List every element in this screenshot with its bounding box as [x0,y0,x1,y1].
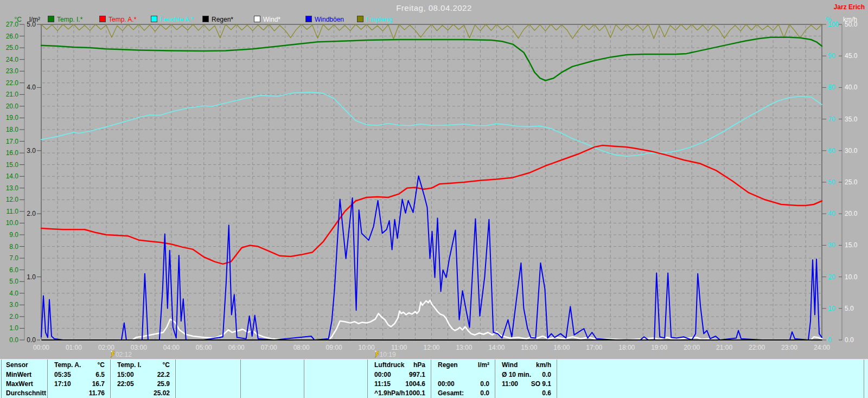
stats-cell [557,371,864,380]
stats-row-label: MaxWert [6,380,33,388]
svg-text:9.0: 9.0 [9,231,18,239]
svg-text:20.0: 20.0 [6,102,19,110]
stats-value-time: 00:00 [438,380,455,388]
stats-cell: Windkm/h [495,361,557,370]
svg-text:04:00: 04:00 [163,344,180,351]
svg-text:21:00: 21:00 [716,344,732,351]
svg-text:20:00: 20:00 [684,344,700,351]
stats-value-time: Ø 10 min. [502,371,531,378]
svg-text:90: 90 [828,52,835,60]
svg-text:15:00: 15:00 [521,344,537,351]
stats-value: °C [163,361,170,369]
stats-value-time: 15:00 [117,371,134,378]
svg-text:18:00: 18:00 [618,344,635,351]
svg-text:1.0: 1.0 [27,273,36,281]
stats-value-time: Luftdruck [374,361,404,369]
svg-text:50.0: 50.0 [845,21,858,28]
stats-cell: 15:0022.2 [111,371,175,380]
stats-cell: 17:1016.7 [48,380,110,389]
stats-column: Regenl/m²00:000.0Gesamt:0.0 [431,360,495,398]
svg-text:20: 20 [828,273,835,281]
stats-value: 22.2 [157,371,170,378]
svg-text:40.0: 40.0 [845,84,858,91]
svg-text:10: 10 [828,305,835,312]
stats-column: Temp. A.°C05:356.517:1016.711.76 [48,360,111,398]
stats-value-time: 05:35 [54,371,71,378]
stats-value: km/h [536,361,551,369]
svg-text:5.0: 5.0 [9,278,18,285]
svg-text:23:00: 23:00 [781,344,797,351]
stats-value: 11.76 [89,389,105,397]
svg-text:09:00: 09:00 [326,344,342,351]
svg-text:45.0: 45.0 [845,52,858,60]
svg-text:00:00: 00:00 [33,344,49,351]
lightning-icon [374,351,379,358]
stats-cell: 22:0525.9 [111,380,175,389]
stats-cell [557,361,864,370]
svg-text:16:00: 16:00 [553,344,570,351]
svg-text:17.0: 17.0 [6,138,19,145]
stats-cell: Sensor [2,361,47,370]
lightning-icon [110,351,115,358]
stats-value-time: 22:05 [117,380,134,388]
stats-cell [176,371,240,380]
chart-wrap: 0.01.02.03.04.05.06.07.08.09.010.011.012… [0,0,868,361]
grid [42,25,821,339]
stats-cell [557,389,864,398]
svg-text:7.0: 7.0 [9,254,18,262]
stats-column [304,360,368,398]
svg-text:23.0: 23.0 [6,67,19,75]
svg-text:08:00: 08:00 [293,344,310,351]
svg-text:25.0: 25.0 [845,178,858,186]
stats-value: SO 9.1 [531,380,551,388]
stats-cell: 00:00997.1 [368,371,431,380]
svg-text:40: 40 [828,210,835,217]
stats-value: 16.7 [92,380,105,388]
svg-text:1.0: 1.0 [9,324,18,332]
svg-text:24:00: 24:00 [814,344,830,351]
stats-value: l/m² [478,361,489,369]
svg-text:03:00: 03:00 [131,344,147,351]
stats-cell: ^1.9hPa/h1000.1 [368,389,431,398]
stats-value: 1000.1 [405,389,425,397]
stats-cell [241,361,304,370]
stats-cell [304,389,367,398]
storm-annotation: 10:19 [374,351,396,358]
stats-cell [304,361,367,370]
svg-text:26.0: 26.0 [6,33,19,40]
svg-text:100: 100 [828,21,839,28]
stats-value: 25.9 [157,380,170,388]
stats-value-time: 00:00 [374,371,391,378]
svg-text:13:00: 13:00 [456,344,472,351]
stats-cell: 25.02 [111,389,175,398]
stats-table: SensorMinWertMaxWertDurchschnittTemp. A.… [0,359,868,398]
series-temp-i- [41,37,822,81]
stats-value: 25.02 [154,389,170,397]
svg-text:01:00: 01:00 [66,344,82,351]
stats-value: 0.6 [542,389,551,397]
stats-cell: LuftdruckhPa [368,361,431,370]
stats-cell: MinWert [2,371,47,380]
svg-text:13.0: 13.0 [6,184,19,192]
stats-value-time: Wind [502,361,518,369]
stats-cell: Temp. I.°C [111,361,175,370]
svg-text:22:00: 22:00 [749,344,765,351]
x-axis-labels: 00:0001:0002:0003:0004:0005:0006:0007:00… [33,344,830,351]
svg-text:22.0: 22.0 [6,79,19,87]
svg-text:10:00: 10:00 [359,344,375,351]
svg-text:19:00: 19:00 [651,344,667,351]
svg-text:0.0: 0.0 [845,336,854,344]
svg-text:60: 60 [828,147,835,155]
storm-time: 10:19 [380,351,396,358]
svg-text:27.0: 27.0 [6,21,19,28]
stats-column: Windkm/hØ 10 min.0.011:00SO 9.10.6 [495,360,557,398]
svg-text:11:00: 11:00 [391,344,407,351]
svg-text:21.0: 21.0 [6,91,19,98]
stats-value: 1004.6 [405,380,425,388]
svg-text:3.0: 3.0 [27,147,36,155]
stats-cell [241,380,304,389]
stats-column [557,360,864,398]
stats-column: SensorMinWertMaxWertDurchschnitt [1,360,48,398]
stats-value: °C [98,361,105,369]
stats-value: 0.0 [480,380,489,388]
